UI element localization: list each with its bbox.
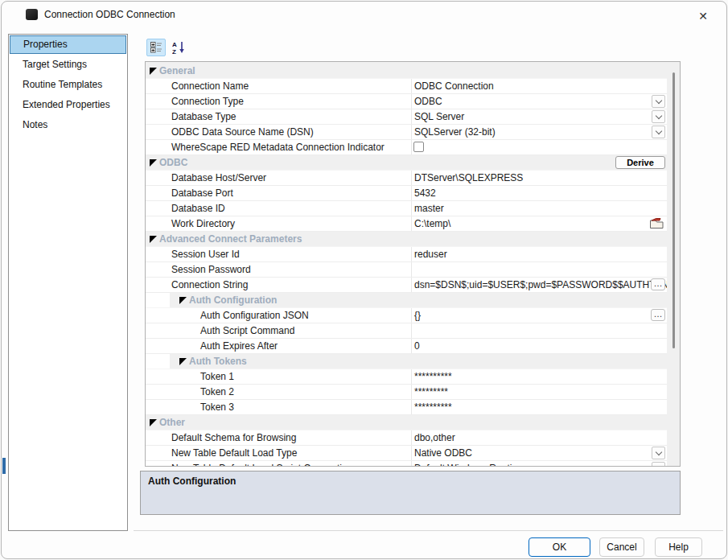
property-value: dbo,other (411, 430, 667, 445)
property-row-auth-configuration-json[interactable]: Auth Configuration JSON{}… (146, 308, 667, 323)
close-icon[interactable]: ✕ (691, 6, 715, 26)
scrollbar-thumb[interactable] (672, 72, 675, 348)
property-name: Database Type (146, 109, 411, 124)
dropdown-button[interactable] (652, 126, 665, 138)
property-value: SQLServer (32-bit) (411, 125, 667, 139)
sidebar-item-routine-templates[interactable]: Routine Templates (9, 75, 127, 95)
property-value (411, 323, 667, 338)
chevron-down-icon (655, 97, 661, 104)
expander-triangle-icon[interactable] (150, 159, 157, 167)
ok-button[interactable]: OK (529, 537, 590, 557)
property-name: Connection Name (146, 79, 411, 93)
help-button[interactable]: Help (655, 537, 702, 557)
chevron-down-icon (655, 449, 661, 455)
property-row-token-1[interactable]: Token 1********** (146, 369, 667, 385)
ellipsis-button[interactable]: … (651, 309, 665, 321)
cancel-button[interactable]: Cancel (599, 537, 644, 557)
categorized-icon (147, 42, 165, 53)
property-name: New Table Default Load Type (146, 446, 411, 460)
property-row-new-table-default-load-script-connection[interactable]: New Table Default Load Script Connection… (146, 461, 667, 466)
property-value: 0 (411, 339, 667, 353)
chevron-down-icon (655, 128, 661, 134)
dropdown-button[interactable] (652, 95, 665, 108)
property-value: Default Windows Runtime (411, 461, 667, 466)
category-label: ODBC (159, 155, 187, 170)
ellipsis-button[interactable]: … (651, 278, 665, 290)
sort-alphabetical-button[interactable]: A Z (169, 39, 188, 56)
chevron-down-icon (655, 113, 661, 119)
property-row-connection-type[interactable]: Connection TypeODBC (146, 94, 667, 109)
property-name: Session User Id (146, 247, 411, 261)
property-row-new-table-default-load-type[interactable]: New Table Default Load TypeNative ODBC (146, 446, 667, 461)
dialog-window: Connection ODBC Connection ✕ PropertiesT… (1, 1, 727, 559)
property-grid-rows: GeneralConnection NameODBC ConnectionCon… (146, 64, 667, 466)
sidebar: PropertiesTarget SettingsRoutine Templat… (8, 34, 128, 531)
categorized-view-button[interactable] (146, 39, 166, 56)
sidebar-item-notes[interactable]: Notes (9, 115, 127, 135)
category-auth-configuration[interactable]: Auth Configuration (146, 293, 667, 308)
left-edge-accent (2, 458, 6, 474)
property-row-session-password[interactable]: Session Password (146, 262, 667, 278)
property-value: reduser (411, 247, 667, 261)
dropdown-button[interactable] (652, 110, 665, 123)
category-odbc[interactable]: ODBCDerive (146, 155, 667, 171)
property-row-wherescape-red-metadata-connection-indicator[interactable]: WhereScape RED Metadata Connection Indic… (146, 140, 667, 155)
category-label: General (159, 64, 195, 78)
property-row-connection-string[interactable]: Connection Stringdsn=$DSN$;uid=$USER$;pw… (146, 278, 667, 293)
expander-triangle-icon[interactable] (179, 358, 187, 365)
property-row-default-schema-for-browsing[interactable]: Default Schema for Browsingdbo,other (146, 430, 667, 446)
property-value: ********** (411, 369, 667, 384)
category-label: Auth Configuration (189, 293, 277, 307)
property-value: ********** (411, 400, 667, 414)
property-name: Database Host/Server (146, 171, 411, 185)
checkbox[interactable] (413, 142, 424, 152)
property-name: Token 2 (146, 385, 411, 399)
category-advanced-connect-parameters[interactable]: Advanced Connect Parameters (146, 232, 667, 247)
sidebar-item-properties[interactable]: Properties (10, 35, 126, 54)
property-row-session-user-id[interactable]: Session User Idreduser (146, 247, 667, 262)
description-title: Auth Configuration (148, 476, 672, 487)
property-row-database-type[interactable]: Database TypeSQL Server (146, 109, 667, 125)
derive-button[interactable]: Derive (615, 156, 665, 169)
property-row-database-host-server[interactable]: Database Host/ServerDTServer\SQLEXPRESS (146, 171, 667, 186)
sidebar-item-target-settings[interactable]: Target Settings (9, 55, 127, 75)
property-row-database-id[interactable]: Database IDmaster (146, 201, 667, 216)
category-label: Other (159, 415, 185, 430)
property-value: Native ODBC (411, 446, 667, 460)
expander-triangle-icon[interactable] (150, 419, 157, 426)
property-name: Connection Type (146, 94, 411, 109)
property-row-token-3[interactable]: Token 3********** (146, 400, 667, 415)
category-auth-tokens[interactable]: Auth Tokens (146, 354, 667, 369)
property-value: SQL Server (411, 109, 667, 124)
property-name: Token 1 (146, 369, 411, 384)
property-value: master (411, 201, 667, 216)
property-value: 5432 (411, 186, 667, 200)
property-row-auth-script-command[interactable]: Auth Script Command (146, 323, 667, 339)
dropdown-button[interactable] (652, 462, 665, 466)
category-other[interactable]: Other (146, 415, 667, 430)
property-row-database-port[interactable]: Database Port5432 (146, 186, 667, 201)
footer-separator (134, 530, 723, 531)
category-general[interactable]: General (146, 64, 667, 79)
category-label: Advanced Connect Parameters (159, 232, 302, 246)
property-grid: GeneralConnection NameODBC ConnectionCon… (145, 61, 681, 467)
property-name: New Table Default Load Script Connection (146, 461, 411, 466)
expander-triangle-icon[interactable] (179, 297, 187, 304)
property-name: Auth Script Command (146, 323, 411, 338)
property-row-connection-name[interactable]: Connection NameODBC Connection (146, 79, 667, 94)
property-value: DTServer\SQLEXPRESS (411, 171, 667, 185)
property-row-token-2[interactable]: Token 2********* (146, 385, 667, 400)
expander-triangle-icon[interactable] (150, 236, 157, 243)
expander-triangle-icon[interactable] (150, 68, 157, 75)
property-row-odbc-data-source-name-dsn[interactable]: ODBC Data Source Name (DSN)SQLServer (32… (146, 125, 667, 140)
property-name: Token 3 (146, 400, 411, 414)
titlebar: Connection ODBC Connection ✕ (2, 2, 726, 31)
property-name: Work Directory (146, 216, 411, 231)
sidebar-item-extended-properties[interactable]: Extended Properties (9, 95, 127, 115)
browse-folder-button[interactable] (649, 217, 665, 230)
property-name: Connection String (146, 278, 411, 292)
property-value: dsn=$DSN$;uid=$USER$;pwd=$PASSWORD$$AUTH… (411, 278, 667, 292)
property-row-work-directory[interactable]: Work DirectoryC:\temp\ (146, 216, 667, 232)
property-row-auth-expires-after[interactable]: Auth Expires After0 (146, 339, 667, 354)
dropdown-button[interactable] (652, 447, 665, 459)
